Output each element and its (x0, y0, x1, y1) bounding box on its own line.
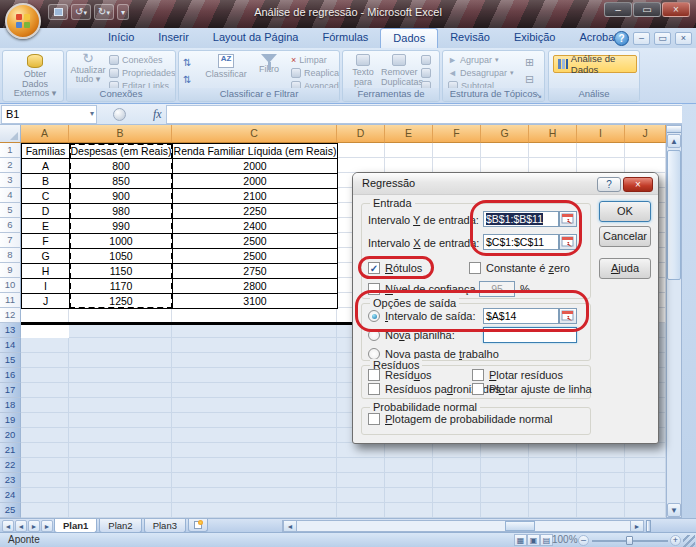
sheet-tab-plan3[interactable]: Plan3 (144, 519, 186, 533)
row-header-16[interactable]: 16 (0, 368, 21, 383)
page-layout-view-button[interactable]: ▣ (527, 534, 540, 546)
ribbon-tab-exibição[interactable]: Exibição (502, 28, 568, 48)
ribbon-tab-inserir[interactable]: Inserir (146, 28, 201, 48)
header-cell[interactable]: Famílias (22, 144, 70, 159)
data-cell[interactable]: 2100 (173, 189, 338, 204)
zoom-slider-thumb[interactable] (626, 536, 633, 545)
row-header-15[interactable]: 15 (0, 353, 21, 368)
x-range-picker-button[interactable] (559, 234, 577, 250)
residuals-checkbox[interactable] (368, 369, 380, 381)
previous-sheet-button[interactable]: ◄ (15, 520, 27, 532)
scroll-up-button[interactable]: ▲ (667, 134, 681, 148)
row-header-9[interactable]: 9 (0, 263, 21, 278)
remove-duplicates-button[interactable]: Remover Duplicatas (381, 53, 417, 89)
sheet-tab-plan2[interactable]: Plan2 (99, 519, 141, 533)
constant-zero-checkbox[interactable] (469, 262, 481, 274)
workbook-close-button[interactable]: × (675, 32, 692, 45)
sort-ascending-button[interactable]: ⇅ (183, 56, 199, 68)
insert-sheet-tab[interactable] (188, 519, 208, 532)
row-header-20[interactable]: 20 (0, 428, 21, 443)
dialog-title-bar[interactable]: Regressão ? × (353, 173, 658, 195)
scroll-down-button[interactable]: ▼ (667, 503, 681, 517)
row-header-22[interactable]: 22 (0, 458, 21, 473)
normal-probability-plots-checkbox[interactable] (368, 413, 380, 425)
row-header-10[interactable]: 10 (0, 278, 21, 293)
output-range-picker-button[interactable] (559, 308, 577, 324)
name-box[interactable]: B1▾ (1, 105, 97, 124)
output-range-input[interactable]: $A$14 (483, 308, 559, 324)
row-header-18[interactable]: 18 (0, 398, 21, 413)
y-range-input[interactable]: $B$1:$B$11 (483, 211, 559, 227)
select-all-corner[interactable] (0, 125, 21, 143)
column-header-A[interactable]: A (21, 125, 69, 143)
data-cell[interactable]: A (22, 159, 70, 174)
row-header-5[interactable]: 5 (0, 203, 21, 218)
row-header-4[interactable]: 4 (0, 188, 21, 203)
workbook-minimize-button[interactable]: – (633, 32, 650, 45)
data-analysis-button[interactable]: Análise de Dados (553, 55, 637, 73)
workbook-restore-button[interactable]: ▭ (654, 32, 671, 45)
horizontal-scroll-thumb[interactable] (505, 521, 535, 531)
row-header-13[interactable]: 13 (0, 323, 21, 338)
data-cell[interactable]: J (22, 294, 70, 309)
y-range-picker-button[interactable] (559, 211, 577, 227)
cancel-button[interactable]: Cancelar (599, 226, 651, 247)
ribbon-tab-início[interactable]: Início (96, 28, 146, 48)
data-cell[interactable]: 2250 (173, 204, 338, 219)
data-cell[interactable]: 2000 (173, 159, 338, 174)
data-cell[interactable]: 2500 (173, 249, 338, 264)
data-cell[interactable]: 3100 (173, 294, 338, 309)
scroll-left-button[interactable]: ◄ (283, 520, 297, 532)
output-range-radio[interactable] (368, 310, 380, 322)
row-header-7[interactable]: 7 (0, 233, 21, 248)
close-button[interactable]: × (662, 2, 690, 17)
column-header-H[interactable]: H (529, 125, 577, 143)
data-cell[interactable]: 2750 (173, 264, 338, 279)
confidence-checkbox[interactable] (368, 283, 380, 295)
data-cell[interactable]: H (22, 264, 70, 279)
column-header-B[interactable]: B (69, 125, 172, 143)
data-cell[interactable]: I (22, 279, 70, 294)
text-to-columns-button[interactable]: Texto para colunas (345, 53, 381, 89)
row-header-17[interactable]: 17 (0, 383, 21, 398)
formula-input[interactable] (166, 105, 682, 124)
data-cell[interactable]: G (22, 249, 70, 264)
row-header-11[interactable]: 11 (0, 293, 21, 308)
zoom-out-button[interactable]: – (578, 535, 589, 546)
row-header-6[interactable]: 6 (0, 218, 21, 233)
tab-split-handle[interactable] (646, 520, 651, 532)
labels-checkbox[interactable]: ✓ (368, 262, 380, 274)
header-cell[interactable]: Renda Familiar Líquida (em Reais) (173, 144, 338, 159)
x-range-input[interactable]: $C$1:$C$11 (483, 234, 559, 250)
data-cell[interactable]: 2800 (173, 279, 338, 294)
reapply-button[interactable]: Reaplicar (291, 67, 340, 79)
refresh-all-button[interactable]: ↻ Atualizar tudo ▾ (68, 53, 108, 89)
active-cell-a13[interactable] (21, 323, 69, 338)
normal-view-button[interactable]: ▦ (514, 534, 527, 546)
column-header-I[interactable]: I (577, 125, 625, 143)
sort-descending-button[interactable]: ⇅ (183, 73, 199, 85)
ribbon-tab-fórmulas[interactable]: Fórmulas (311, 28, 381, 48)
column-header-J[interactable]: J (625, 125, 666, 143)
office-button[interactable] (5, 3, 41, 39)
zoom-in-button[interactable]: + (670, 535, 681, 546)
dialog-launcher-icon[interactable]: ↘ (535, 91, 542, 100)
row-header-19[interactable]: 19 (0, 413, 21, 428)
help-button-dialog[interactable]: Ajuda (599, 258, 651, 279)
ungroup-button[interactable]: ◄Desagrupar▾ (448, 67, 513, 79)
data-cell[interactable]: E (22, 219, 70, 234)
sort-button[interactable]: AZ Classificar (203, 53, 249, 89)
data-cell[interactable]: 2400 (173, 219, 338, 234)
data-cell[interactable]: B (22, 174, 70, 189)
row-header-21[interactable]: 21 (0, 443, 21, 458)
column-header-E[interactable]: E (385, 125, 433, 143)
row-header-3[interactable]: 3 (0, 173, 21, 188)
dialog-help-button[interactable]: ? (597, 177, 621, 192)
row-header-1[interactable]: 1 (0, 143, 21, 158)
data-cell[interactable]: 2500 (173, 234, 338, 249)
properties-button[interactable]: Propriedades (109, 67, 176, 79)
sheet-tab-plan1[interactable]: Plan1 (54, 519, 97, 533)
residual-plots-checkbox[interactable] (472, 369, 484, 381)
first-sheet-button[interactable]: ◄ (2, 520, 14, 532)
connections-button[interactable]: Conexões (109, 54, 163, 66)
